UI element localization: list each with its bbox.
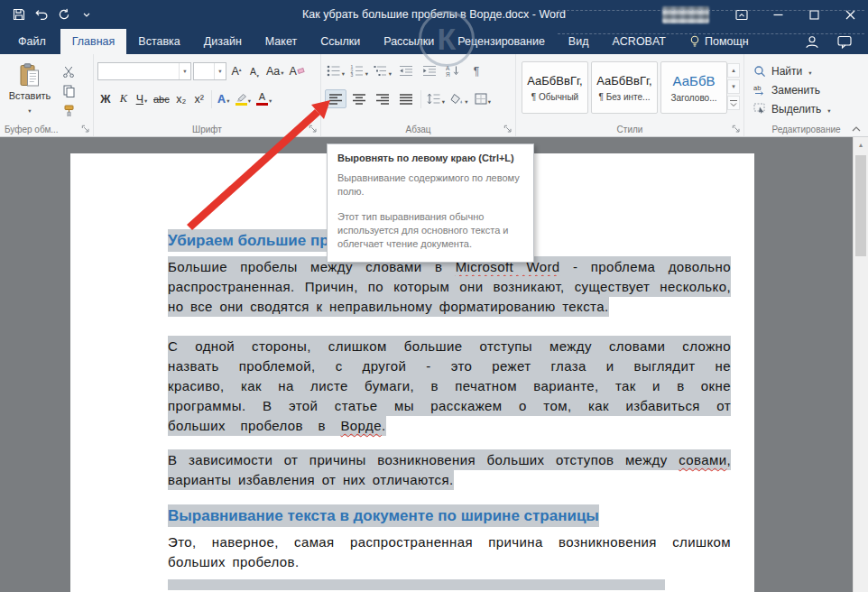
styles-more-button[interactable] <box>727 96 740 110</box>
group-editing: Найти ab Заменить Выделить Редактировани… <box>743 54 868 136</box>
style-card-normal[interactable]: АаБбВвГг, ¶ Обычный <box>522 61 588 114</box>
highlight-color-bar <box>235 103 247 106</box>
style-card-heading[interactable]: АаБбВ Заголово... <box>660 61 727 114</box>
minimize-button[interactable] <box>760 0 796 29</box>
text-effects-button[interactable]: А <box>216 89 232 108</box>
close-button[interactable] <box>832 0 868 29</box>
scroll-up-button[interactable] <box>854 137 868 153</box>
tab-layout[interactable]: Макет <box>254 29 309 54</box>
paint-bucket-icon <box>450 93 464 105</box>
tab-home[interactable]: Главная <box>60 29 127 54</box>
styles-dialog-launcher[interactable] <box>732 125 741 134</box>
style-card-no-spacing[interactable]: АаБбВвГг, ¶ Без инте... <box>591 61 658 114</box>
superscript-button[interactable]: x² <box>191 89 208 108</box>
close-icon <box>845 10 855 20</box>
editing-group-label: Редактирование <box>744 125 868 134</box>
show-marks-button[interactable] <box>466 61 487 80</box>
shrink-font-button[interactable]: А <box>246 61 263 80</box>
style-name: Заголово... <box>671 93 717 103</box>
font-color-button[interactable]: А <box>254 89 273 108</box>
maximize-button[interactable] <box>796 0 832 29</box>
italic-button[interactable]: К <box>115 89 132 108</box>
comments-icon[interactable] <box>837 35 852 49</box>
tooltip-body-2: Этот тип выравнивания обычно используетс… <box>337 210 523 251</box>
quick-access-toolbar <box>0 3 97 26</box>
numbering-button[interactable]: 123 <box>348 61 370 80</box>
redo-button[interactable] <box>52 3 75 26</box>
cut-button[interactable] <box>58 63 79 79</box>
svg-text:ab: ab <box>753 84 761 92</box>
account-icon[interactable] <box>805 35 819 49</box>
grow-font-button[interactable]: А <box>228 61 245 80</box>
paragraph-group-label: Абзац <box>321 125 515 134</box>
save-button[interactable] <box>7 3 30 26</box>
font-size-combo[interactable] <box>193 62 226 80</box>
redacted-region <box>662 6 709 23</box>
tab-tell-me[interactable]: Помощн <box>678 29 761 54</box>
align-center-icon <box>352 94 366 105</box>
undo-button[interactable] <box>30 3 52 26</box>
group-font: А А Aa А Ж К Ч abc x₂ x² А А Шрифт <box>93 54 320 136</box>
tab-file[interactable]: Файл <box>4 29 60 54</box>
copy-button[interactable] <box>58 83 79 99</box>
multilevel-list-button[interactable] <box>372 61 393 80</box>
font-dialog-launcher[interactable] <box>309 125 318 134</box>
underline-button[interactable]: Ч <box>134 89 150 108</box>
font-size-dropdown-icon[interactable] <box>214 63 226 79</box>
window-title: Как убрать большие пробелы в Ворде.docx … <box>302 0 566 29</box>
bullets-icon <box>327 65 341 77</box>
scrollbar-thumb[interactable] <box>855 155 866 256</box>
decrease-indent-button[interactable] <box>395 61 417 80</box>
increase-indent-button[interactable] <box>419 61 440 80</box>
align-center-button[interactable] <box>348 89 370 108</box>
tooltip-title: Выровнять по левому краю (Ctrl+L) <box>337 153 523 163</box>
doc-paragraph-4: Это, наверное, самая распространенная пр… <box>168 532 731 572</box>
collapse-ribbon-button[interactable] <box>852 126 861 132</box>
style-preview: АаБбВвГг, <box>596 74 651 88</box>
ribbon-display-options-button[interactable] <box>724 0 760 29</box>
bold-button[interactable]: Ж <box>97 89 114 108</box>
line-spacing-caret-icon <box>441 91 445 107</box>
tab-insert[interactable]: Вставка <box>126 29 191 54</box>
find-label: Найти <box>771 65 802 78</box>
change-case-button[interactable]: Aa <box>264 61 286 80</box>
tab-acrobat[interactable]: ACROBAT <box>600 29 678 54</box>
select-button[interactable]: Выделить <box>744 99 868 118</box>
vertical-scrollbar[interactable] <box>853 137 868 592</box>
styles-scroll-up-button[interactable]: ▴ <box>727 63 740 78</box>
strikethrough-button[interactable]: abc <box>152 89 171 108</box>
ribbon: Вставить Буфер обм... А А Aa А Ж <box>0 54 868 137</box>
align-left-button[interactable] <box>325 89 346 108</box>
format-painter-button[interactable] <box>58 103 79 119</box>
subscript-button[interactable]: x₂ <box>173 89 189 108</box>
find-button[interactable]: Найти <box>744 61 868 80</box>
clear-formatting-button[interactable]: А <box>288 61 306 80</box>
line-spacing-button[interactable] <box>425 89 447 108</box>
font-color-bar <box>256 103 268 106</box>
borders-button[interactable] <box>472 89 494 108</box>
tab-references[interactable]: Ссылки <box>309 29 372 54</box>
sort-button[interactable]: АЯ <box>442 61 464 80</box>
shading-button[interactable] <box>448 89 470 108</box>
bullets-button[interactable] <box>325 61 346 80</box>
decrease-indent-icon <box>399 65 413 77</box>
clipboard-dialog-launcher[interactable] <box>81 125 90 134</box>
highlight-button[interactable] <box>234 89 253 108</box>
tab-view[interactable]: Вид <box>557 29 601 54</box>
justify-button[interactable] <box>395 89 417 108</box>
eraser-icon <box>297 68 304 74</box>
tab-review[interactable]: Рецензирование <box>446 29 557 54</box>
styles-scroll-down-button[interactable]: ▾ <box>727 79 740 94</box>
scissors-icon <box>62 66 75 78</box>
maximize-icon <box>809 10 819 20</box>
minimize-icon <box>773 10 783 20</box>
font-name-dropdown-icon[interactable] <box>179 63 190 79</box>
font-name-combo[interactable] <box>97 62 191 80</box>
tab-design[interactable]: Дизайн <box>192 29 254 54</box>
qat-customize-button[interactable] <box>75 3 97 26</box>
replace-button[interactable]: ab Заменить <box>744 80 868 99</box>
tab-mailings[interactable]: Рассылки <box>372 29 446 54</box>
align-right-button[interactable] <box>372 89 393 108</box>
paragraph-dialog-launcher[interactable] <box>503 125 512 134</box>
paste-button[interactable]: Вставить <box>6 60 53 119</box>
